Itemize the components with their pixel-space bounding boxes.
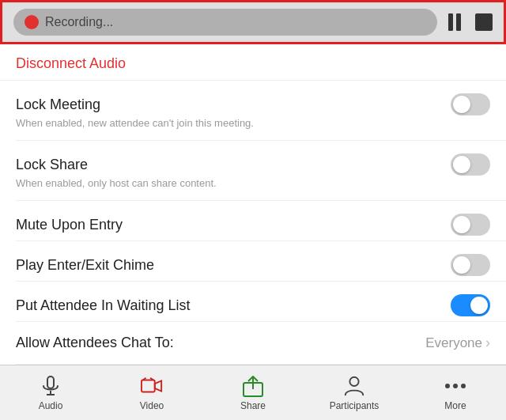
nav-share-label: Share — [240, 400, 266, 411]
pause-icon[interactable] — [448, 13, 461, 31]
participants-icon — [343, 375, 365, 397]
recording-dot-icon — [25, 15, 39, 29]
lock-share-label: Lock Share — [16, 157, 88, 173]
share-icon — [242, 375, 264, 397]
recording-label: Recording... — [45, 15, 113, 29]
svg-rect-0 — [47, 376, 54, 388]
lock-meeting-desc: When enabled, new attendee can't join th… — [16, 115, 254, 137]
nav-item-participants[interactable]: Participants — [304, 375, 405, 411]
lock-meeting-toggle[interactable] — [451, 93, 490, 115]
chat-label: Allow Attendees Chat To: — [16, 335, 174, 351]
nav-participants-label: Participants — [330, 400, 380, 411]
waiting-list-toggle[interactable] — [451, 294, 490, 316]
chat-value: Everyone › — [425, 335, 490, 351]
svg-marker-6 — [155, 380, 161, 391]
chevron-right-icon: › — [485, 335, 490, 351]
stop-icon[interactable] — [475, 13, 493, 31]
svg-rect-3 — [142, 380, 155, 392]
disconnect-audio-button[interactable]: Disconnect Audio — [0, 44, 506, 81]
audio-icon — [40, 375, 62, 397]
svg-point-11 — [461, 384, 466, 388]
nav-item-audio[interactable]: Audio — [0, 375, 101, 411]
nav-audio-label: Audio — [39, 400, 63, 411]
chat-setting[interactable]: Allow Attendees Chat To: Everyone › — [0, 322, 506, 364]
lock-meeting-setting: Lock Meeting When enabled, new attendee … — [0, 81, 506, 140]
lock-share-desc: When enabled, only host can share conten… — [16, 176, 217, 197]
nav-item-video[interactable]: Video — [101, 375, 202, 411]
video-icon — [141, 375, 163, 397]
settings-list: Lock Meeting When enabled, new attendee … — [0, 81, 506, 365]
lock-share-toggle[interactable] — [451, 153, 490, 176]
svg-point-9 — [445, 384, 450, 388]
svg-point-8 — [349, 376, 358, 385]
lock-share-setting: Lock Share When enabled, only host can s… — [0, 141, 506, 200]
nav-item-more[interactable]: More — [405, 375, 506, 411]
recording-controls — [448, 13, 493, 31]
play-chime-setting: Play Enter/Exit Chime — [0, 241, 506, 281]
more-icon — [444, 375, 466, 397]
recording-pill: Recording... — [13, 9, 437, 36]
play-chime-label: Play Enter/Exit Chime — [16, 257, 154, 274]
chat-value-text: Everyone — [425, 335, 482, 351]
waiting-list-setting: Put Attendee In Waiting List — [0, 282, 506, 321]
nav-more-label: More — [444, 400, 466, 411]
bottom-nav: Audio Video Share — [0, 365, 506, 420]
waiting-list-label: Put Attendee In Waiting List — [16, 297, 190, 314]
play-chime-toggle[interactable] — [451, 254, 490, 276]
recording-bar: Recording... — [0, 0, 506, 44]
mute-upon-entry-toggle[interactable] — [451, 214, 490, 236]
settings-panel: Disconnect Audio Lock Meeting When enabl… — [0, 44, 506, 365]
mute-upon-entry-setting: Mute Upon Entry — [0, 201, 506, 240]
mute-upon-entry-label: Mute Upon Entry — [16, 217, 123, 233]
nav-item-share[interactable]: Share — [202, 375, 304, 411]
lock-meeting-label: Lock Meeting — [16, 96, 100, 113]
svg-point-10 — [453, 384, 458, 388]
nav-video-label: Video — [140, 400, 164, 411]
